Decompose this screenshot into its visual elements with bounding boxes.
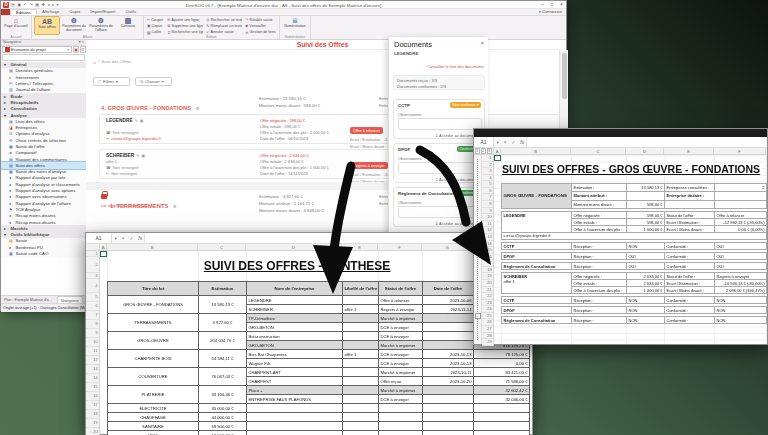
cell[interactable]: DCE à envoyer [379,332,423,341]
window-control-button[interactable]: – [541,1,544,9]
cell[interactable]: 44 000,00 € [199,413,247,422]
cell[interactable]: Statut de l'offre : [665,212,715,219]
cell[interactable]: 2 634,00 € [627,280,665,287]
cell[interactable] [379,431,423,435]
cell[interactable]: Marché à imprimer [379,386,423,395]
row-header[interactable]: 20 [482,280,493,287]
row-header[interactable]: 16 [482,254,493,261]
cell[interactable] [423,332,474,341]
column-header[interactable]: D [626,148,664,154]
cell[interactable]: Conformité : [665,253,715,260]
cell[interactable]: Date de l'offre [423,282,474,296]
cell[interactable]: 598,00 € [627,219,665,226]
cell[interactable]: Estimation : [572,184,627,192]
row-header[interactable]: 4 [86,279,99,293]
cell[interactable]: Regrets à envoyer [715,273,767,280]
cell[interactable]: GROS ŒUVRE - FONDATIONS [502,184,572,209]
cell[interactable]: DCE à envoyer [379,359,423,368]
cell[interactable] [343,332,379,341]
row-header[interactable]: 10 [86,338,99,347]
namebox-caret-icon[interactable]: ▾ [494,137,501,148]
cell[interactable] [247,404,343,413]
sheet-grid[interactable]: SUIVI DES OFFRES - GROS ŒUVRE - FONDATIO… [494,155,767,344]
cell[interactable] [343,404,379,413]
cell[interactable]: DPGF [502,253,572,260]
row-header[interactable]: 11 [86,347,99,356]
cell[interactable]: Entreprises consultées : [665,184,715,192]
observations-input[interactable] [398,118,482,130]
cell[interactable]: 2 634,00 € [627,273,665,280]
cell[interactable]: NON [715,307,767,314]
cell[interactable]: 13 580,13 € [199,296,247,314]
cell[interactable] [343,431,379,435]
observations-input[interactable] [398,206,482,218]
cell[interactable] [474,431,530,435]
cell-name-box[interactable]: A1 [474,137,494,147]
ribbon-tab[interactable]: Copie [64,9,85,15]
cell[interactable]: NON [715,317,767,324]
gear-icon[interactable]: ⚙ [196,106,200,111]
cell[interactable] [343,368,379,377]
row-header[interactable]: 3 [482,168,493,175]
cell[interactable]: Conformité : [665,317,715,324]
column-header[interactable]: E [342,244,378,250]
cell[interactable]: 83 421,00 € [474,368,530,377]
cell[interactable]: Conformité : [665,307,715,314]
cell[interactable]: -10 946,13 € (-80,60%) [715,280,767,287]
cell[interactable]: Marché à imprimer [379,314,423,323]
cell[interactable] [247,431,343,435]
cell[interactable] [423,395,474,404]
stop-mini-button[interactable]: ▣ [73,46,79,53]
cell[interactable] [474,404,530,413]
status-badge[interactable]: Regrets à envoyer [350,162,388,169]
row-header[interactable]: 25 [482,313,493,320]
cell[interactable]: Entreprise titulaire : [665,192,715,200]
email-line[interactable]: ✉contact@groupe-legendre.fr [106,136,161,141]
cell[interactable]: TP-Démolition [247,314,343,323]
cell[interactable]: Titre du lot [108,282,199,296]
row-header[interactable]: 15 [86,383,99,392]
cell[interactable] [343,341,379,350]
cell[interactable] [715,192,767,200]
cell[interactable]: 32 602,42 € [474,386,530,395]
cell[interactable] [423,323,474,332]
column-header[interactable]: C [198,244,246,250]
list-mini-button[interactable]: ≣ [80,46,86,53]
cell[interactable]: ENTREPRISE FAUX PLAFONDS [247,395,343,404]
cell[interactable]: OUI [715,243,767,250]
row-header[interactable]: 23 [482,300,493,307]
row-header[interactable]: 17 [86,401,99,410]
cell[interactable]: Ecart / Moins disant : [665,287,715,294]
cell[interactable]: SANITAIRE [108,422,199,431]
cell[interactable] [423,413,474,422]
formula-input[interactable] [526,137,767,147]
column-header[interactable]: A [100,244,107,250]
row-header[interactable]: 17 [482,260,493,267]
cell[interactable]: Ecart / Estimation : [665,219,715,226]
cancel-icon[interactable]: × [119,233,127,244]
cell[interactable]: DCE à envoyer [379,323,423,332]
cell[interactable]: 33 166,46 € [199,386,247,404]
cell[interactable]: 45 000,00 € [199,404,247,413]
cell[interactable]: Règlement de Consultation [502,317,572,324]
cell[interactable]: NON [627,297,665,304]
cell[interactable] [423,341,474,350]
gear-icon[interactable]: ⚙ [173,204,177,209]
file-menu-tab[interactable] [1,9,10,15]
cell[interactable]: Offre à relancer [379,296,423,305]
cell[interactable]: SCHREIBERoffre 1 [502,273,572,294]
cell[interactable] [474,413,530,422]
numerotation-button[interactable]: ≣Numérotation [282,16,308,35]
cell[interactable]: LEGENDRE [502,212,572,233]
cell[interactable]: 4 927,60 € [199,314,247,332]
observations-input[interactable] [398,162,482,174]
cell[interactable]: Libellé de l'offre [343,282,379,296]
filter-button[interactable]: ▽Filtrer▾ [93,77,130,87]
sheet-grid[interactable]: SUIVI DES OFFRES - SYNTHESE Titre du lot… [100,251,532,434]
column-header[interactable]: E [664,148,714,154]
cell[interactable]: Réception : [572,263,627,270]
window-control-button[interactable]: × [560,1,563,9]
ribbon-button[interactable]: ⚙Paramètres de l'affaire [88,16,114,35]
cell[interactable]: DPGF [502,307,572,314]
cell[interactable]: 0,00 € (0,00%) [715,226,767,233]
